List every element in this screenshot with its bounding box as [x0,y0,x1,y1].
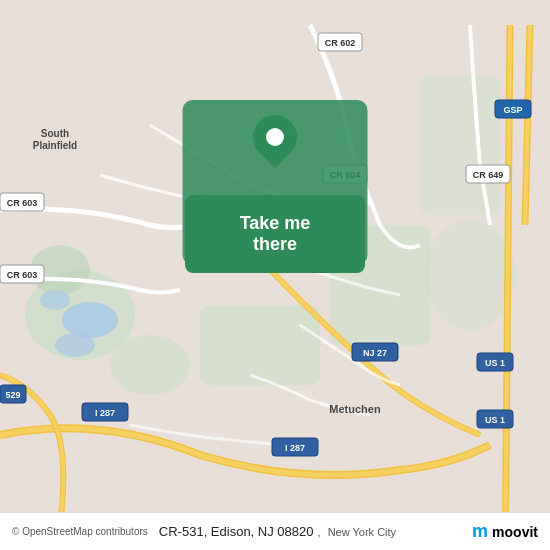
bottom-left-section: © OpenStreetMap contributors CR-531, Edi… [12,524,396,539]
map-background: CR 602 CR 604 CR 649 CR 603 CR 603 I 287… [0,0,550,550]
map-container: CR 602 CR 604 CR 649 CR 603 CR 603 I 287… [0,0,550,550]
osm-attribution: © OpenStreetMap contributors [12,526,148,537]
bottom-bar: © OpenStreetMap contributors CR-531, Edi… [0,512,550,550]
svg-text:NJ 27: NJ 27 [363,348,387,358]
moovit-logo: m moovit [472,521,538,542]
take-me-there-button[interactable]: Take me there [185,195,365,273]
svg-text:I 287: I 287 [95,408,115,418]
location-label: CR-531, Edison, NJ 08820 [159,524,314,539]
svg-text:Metuchen: Metuchen [329,403,381,415]
svg-point-9 [40,290,70,310]
svg-text:529: 529 [5,390,20,400]
svg-point-10 [55,333,95,357]
svg-point-8 [62,302,118,338]
svg-text:GSP: GSP [503,105,522,115]
svg-rect-3 [200,305,320,385]
svg-text:CR 603: CR 603 [7,270,38,280]
svg-point-7 [425,220,515,330]
svg-text:South: South [41,128,69,139]
svg-text:Plainfield: Plainfield [33,140,77,151]
svg-text:US 1: US 1 [485,358,505,368]
moovit-icon: m [472,521,488,542]
svg-text:CR 602: CR 602 [325,38,356,48]
moovit-text: moovit [492,524,538,540]
svg-rect-6 [420,75,500,215]
svg-text:I 287: I 287 [285,443,305,453]
svg-text:CR 649: CR 649 [473,170,504,180]
location-pin [253,115,297,165]
city-label: , [318,526,324,538]
city-text: New York City [328,526,396,538]
svg-point-5 [110,335,190,395]
svg-text:US 1: US 1 [485,415,505,425]
svg-text:CR 603: CR 603 [7,198,38,208]
